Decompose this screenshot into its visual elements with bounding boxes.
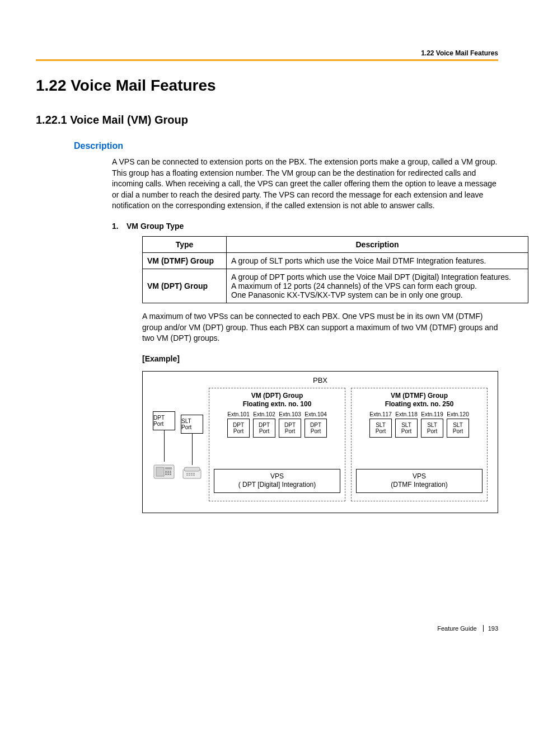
extn-label: Extn.118 bbox=[395, 411, 418, 417]
vm-dpt-title: VM (DPT) Group bbox=[214, 392, 340, 400]
port-label: Port bbox=[421, 428, 443, 434]
vps-sublabel: ( DPT [Digital] Integration) bbox=[217, 481, 338, 490]
pbx-diagram: PBX DPT Port bbox=[142, 371, 498, 513]
list-item-number: 1. bbox=[112, 222, 127, 231]
vps-dtmf-box: VPS (DTMF Integration) bbox=[356, 469, 483, 493]
svg-rect-9 bbox=[165, 474, 167, 475]
svg-rect-4 bbox=[167, 471, 169, 472]
port-type: DPT bbox=[228, 422, 249, 428]
port-label: Port bbox=[396, 428, 417, 434]
svg-rect-19 bbox=[189, 475, 190, 476]
vps-label: VPS bbox=[359, 472, 480, 481]
svg-rect-18 bbox=[186, 475, 188, 476]
vm-group-type-table: Type Description VM (DTMF) Group A group… bbox=[142, 236, 528, 303]
port-type: DPT bbox=[254, 422, 275, 428]
svg-rect-7 bbox=[167, 472, 169, 473]
port-type: DPT bbox=[279, 422, 301, 428]
list-item-label: VM Group Type bbox=[127, 222, 184, 231]
port-label: Port bbox=[153, 421, 175, 427]
port-box: DPTPort bbox=[305, 419, 327, 438]
vm-dpt-group-box: VM (DPT) Group Floating extn. no. 100 Ex… bbox=[209, 388, 345, 501]
port-label: Port bbox=[279, 428, 301, 434]
vm-dpt-subtitle: Floating extn. no. 100 bbox=[214, 400, 340, 408]
table-cell-desc: A group of SLT ports which use the Voice… bbox=[227, 252, 528, 269]
svg-rect-1 bbox=[156, 467, 164, 476]
connector-line bbox=[164, 430, 165, 462]
port-box: DPTPort bbox=[227, 419, 250, 438]
table-header-description: Description bbox=[227, 236, 528, 252]
table-header-type: Type bbox=[143, 236, 227, 252]
extn-label: Extn.101 bbox=[227, 411, 250, 417]
example-label: [Example] bbox=[142, 354, 498, 363]
connector-line bbox=[192, 434, 193, 465]
port-box: SLTPort bbox=[447, 419, 469, 438]
after-table-paragraph: A maximum of two VPSs can be connected t… bbox=[142, 311, 498, 344]
port-type: SLT bbox=[447, 422, 469, 428]
table-row: VM (DTMF) Group A group of SLT ports whi… bbox=[143, 252, 528, 269]
extn-label: Extn.119 bbox=[421, 411, 443, 417]
vps-dpt-box: VPS ( DPT [Digital] Integration) bbox=[214, 469, 340, 493]
vm-dtmf-group-box: VM (DTMF) Group Floating extn. no. 250 E… bbox=[351, 388, 488, 501]
port-label: Port bbox=[370, 428, 391, 434]
svg-rect-10 bbox=[167, 474, 169, 475]
port-type: SLT bbox=[421, 422, 443, 428]
simple-phone-icon bbox=[181, 465, 203, 481]
port-label: Port bbox=[305, 428, 326, 434]
port-type: DPT bbox=[305, 422, 326, 428]
port-type: SLT bbox=[370, 422, 391, 428]
section-title: 1.22 Voice Mail Features bbox=[36, 77, 498, 95]
svg-rect-5 bbox=[170, 471, 171, 472]
footer-separator bbox=[483, 625, 484, 632]
extn-label: Extn.120 bbox=[447, 411, 469, 417]
port-box: DPTPort bbox=[253, 419, 275, 438]
page-footer: Feature Guide 193 bbox=[36, 625, 498, 632]
subsection-title: 1.22.1 Voice Mail (VM) Group bbox=[36, 114, 498, 126]
pbx-label: PBX bbox=[153, 376, 488, 384]
port-label: Port bbox=[254, 428, 275, 434]
svg-rect-3 bbox=[165, 471, 167, 472]
footer-guide-label: Feature Guide bbox=[437, 625, 476, 632]
svg-rect-11 bbox=[170, 474, 171, 475]
vps-sublabel: (DTMF Integration) bbox=[359, 481, 480, 490]
svg-rect-17 bbox=[193, 473, 195, 474]
vm-dtmf-title: VM (DTMF) Group bbox=[356, 392, 483, 400]
port-type: SLT bbox=[181, 418, 203, 424]
description-heading: Description bbox=[74, 141, 498, 151]
port-box: SLTPort bbox=[369, 419, 392, 438]
svg-rect-20 bbox=[191, 475, 193, 476]
port-label: Port bbox=[181, 424, 203, 430]
table-cell-type: VM (DPT) Group bbox=[143, 269, 227, 303]
svg-rect-8 bbox=[170, 472, 171, 473]
port-box: DPTPort bbox=[279, 419, 301, 438]
svg-rect-16 bbox=[191, 473, 193, 474]
list-item-vm-group-type: 1. VM Group Type bbox=[112, 222, 498, 231]
svg-rect-15 bbox=[189, 473, 190, 474]
port-box: SLTPort bbox=[421, 419, 443, 438]
svg-rect-14 bbox=[186, 473, 188, 474]
extn-label: Extn.117 bbox=[369, 411, 392, 417]
desk-phone-icon bbox=[153, 462, 175, 481]
svg-rect-13 bbox=[184, 467, 200, 471]
vm-dtmf-subtitle: Floating extn. no. 250 bbox=[356, 400, 483, 408]
table-cell-type: VM (DTMF) Group bbox=[143, 252, 227, 269]
svg-rect-2 bbox=[165, 467, 172, 469]
page-header-breadcrumb: 1.22 Voice Mail Features bbox=[36, 49, 498, 57]
intro-paragraph: A VPS can be connected to extension port… bbox=[112, 157, 498, 212]
svg-rect-21 bbox=[193, 475, 195, 476]
table-cell-desc: A group of DPT ports which use the Voice… bbox=[227, 269, 528, 303]
port-box: SLTPort bbox=[395, 419, 418, 438]
port-type: SLT bbox=[396, 422, 417, 428]
header-rule bbox=[36, 59, 498, 61]
vps-label: VPS bbox=[217, 472, 338, 481]
svg-rect-6 bbox=[165, 472, 167, 473]
table-header-row: Type Description bbox=[143, 236, 528, 252]
port-type: DPT bbox=[153, 415, 175, 421]
port-box-dpt-standalone: DPT Port bbox=[153, 411, 175, 430]
extn-label: Extn.104 bbox=[305, 411, 327, 417]
port-box-slt-standalone: SLT Port bbox=[181, 415, 203, 434]
extn-label: Extn.103 bbox=[279, 411, 301, 417]
footer-page-number: 193 bbox=[488, 625, 498, 632]
extn-label: Extn.102 bbox=[253, 411, 275, 417]
table-row: VM (DPT) Group A group of DPT ports whic… bbox=[143, 269, 528, 303]
port-label: Port bbox=[447, 428, 469, 434]
